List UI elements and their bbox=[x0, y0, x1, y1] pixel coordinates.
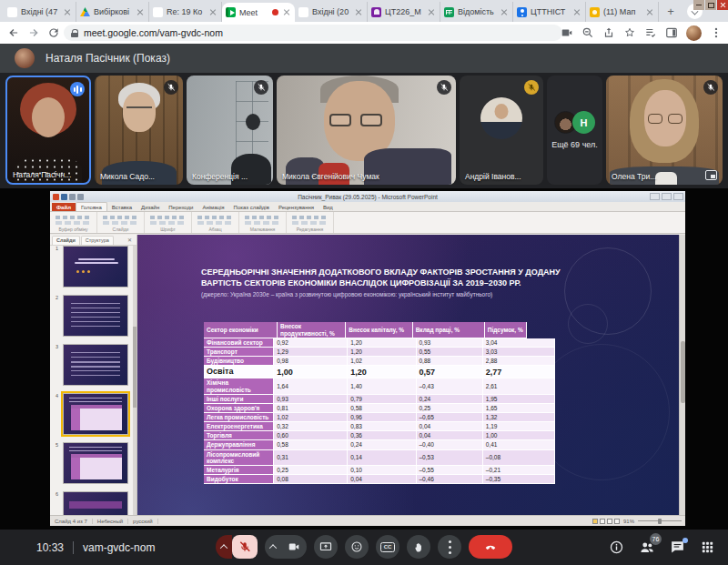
ppt-ribbon-group[interactable]: Редагування bbox=[287, 212, 334, 233]
present-screen-button[interactable] bbox=[314, 535, 338, 559]
browser-tab[interactable]: Вхідні (47 bbox=[4, 2, 76, 22]
side-panel-icon[interactable] bbox=[665, 26, 678, 39]
camera-in-use-icon[interactable] bbox=[561, 26, 573, 39]
slide-thumbnail-4-selected[interactable] bbox=[63, 393, 128, 435]
browser-tab[interactable]: Відомість bbox=[440, 2, 513, 22]
tab-label: Re: 19 Ко bbox=[167, 7, 205, 16]
bookmark-star-icon[interactable] bbox=[623, 26, 636, 39]
slide-thumbnail-3[interactable] bbox=[63, 344, 128, 386]
camera-icon[interactable] bbox=[281, 535, 307, 559]
video-tile-olena[interactable]: Олена Три... bbox=[606, 76, 723, 185]
ppt-ribbon-tab[interactable]: Анімація bbox=[197, 203, 228, 211]
ppt-ribbon-tab[interactable]: Вставка bbox=[107, 203, 136, 211]
tab-close-icon[interactable] bbox=[645, 7, 654, 16]
reading-list-icon[interactable] bbox=[644, 26, 657, 39]
ppt-ribbon-tab[interactable]: Рецензування bbox=[274, 203, 318, 211]
reactions-button[interactable] bbox=[345, 535, 369, 559]
ppt-window-controls[interactable] bbox=[650, 193, 683, 200]
ribbon-icons bbox=[150, 215, 186, 225]
new-tab-button[interactable]: + bbox=[662, 4, 679, 20]
slide-area: СЕРЕДНЬОРІЧНІ ЗНАЧЕННЯ ДОДАТКОВОГО ВКЛАД… bbox=[137, 235, 685, 515]
value-cell: 1,65 bbox=[483, 404, 555, 413]
meeting-details-button[interactable] bbox=[609, 540, 624, 555]
panel-tab-slides[interactable]: Слайди bbox=[52, 236, 80, 245]
slide-scrollbar[interactable] bbox=[679, 235, 685, 515]
zoom-slider[interactable] bbox=[638, 520, 682, 521]
browser-tab[interactable]: Meet bbox=[222, 3, 295, 22]
ppt-ribbon-tab[interactable]: Показ слайдів bbox=[229, 203, 274, 211]
browser-tab[interactable]: Re: 19 Ко bbox=[149, 2, 222, 22]
picture-in-picture-icon[interactable] bbox=[705, 170, 717, 180]
browser-menu-icon[interactable] bbox=[710, 26, 723, 39]
browser-tab[interactable]: ЦТ226_М bbox=[368, 2, 440, 22]
camera-options-chevron-icon[interactable] bbox=[265, 535, 281, 559]
ppt-ribbon-group[interactable]: Шрифт bbox=[145, 212, 192, 233]
browser-tab[interactable]: (11) Мап bbox=[586, 2, 659, 22]
chat-button[interactable] bbox=[670, 540, 685, 555]
back-button[interactable] bbox=[7, 26, 20, 39]
sector-cell: Металургія bbox=[204, 466, 274, 475]
video-tile-natalia[interactable]: Наталя Пасічн... bbox=[5, 76, 91, 185]
ppt-ribbon-tab[interactable]: Дизайн bbox=[136, 203, 164, 211]
maximize-button[interactable] bbox=[705, 0, 716, 10]
browser-tab[interactable]: Вхідні (20 bbox=[295, 2, 368, 22]
ppt-ribbon-tab[interactable]: Переходи bbox=[164, 203, 197, 211]
share-icon[interactable] bbox=[602, 26, 615, 39]
slide-number: 3 bbox=[56, 344, 60, 386]
activities-button[interactable] bbox=[700, 540, 715, 555]
ppt-ribbon-tab[interactable]: Файл bbox=[52, 203, 76, 211]
camera-button[interactable] bbox=[265, 535, 307, 559]
address-bar[interactable]: meet.google.com/vam-gvdc-nom bbox=[64, 25, 562, 41]
mic-options-chevron-icon[interactable] bbox=[216, 535, 232, 559]
participants-button[interactable]: 76 bbox=[639, 540, 655, 556]
forward-button[interactable] bbox=[27, 26, 40, 39]
panel-scrollbar[interactable] bbox=[133, 246, 136, 515]
participant-initial: Н bbox=[572, 111, 595, 134]
tab-label: ЦТ226_М bbox=[385, 7, 423, 16]
tab-close-icon[interactable] bbox=[354, 7, 363, 16]
ppt-ribbon-group[interactable]: Буфер обміну bbox=[50, 212, 97, 233]
view-switcher[interactable] bbox=[592, 519, 620, 524]
slide-thumbnail-5[interactable] bbox=[63, 442, 128, 484]
tab-close-icon[interactable] bbox=[572, 7, 581, 16]
close-window-button[interactable] bbox=[717, 0, 728, 10]
raise-hand-button[interactable] bbox=[407, 535, 430, 559]
refresh-button[interactable] bbox=[47, 26, 60, 39]
slide-thumbnail-6[interactable] bbox=[63, 491, 128, 515]
browser-tab[interactable]: Вибіркові bbox=[76, 2, 149, 22]
browser-tab[interactable]: ЦТТНІСТ bbox=[513, 2, 586, 22]
sector-cell: Видобуток bbox=[204, 475, 274, 484]
tab-close-icon[interactable] bbox=[282, 8, 291, 17]
ppt-ribbon-tab[interactable]: Головна bbox=[76, 202, 107, 211]
minimize-button[interactable] bbox=[693, 0, 704, 10]
video-tile-mykola-sado[interactable]: Микола Садо... bbox=[95, 76, 183, 185]
overflow-participants-tile[interactable]: Н Ещё 69 чел. bbox=[547, 76, 602, 185]
ppt-ribbon-group[interactable]: Малювання bbox=[239, 212, 287, 233]
slide-thumbnail-2[interactable] bbox=[63, 295, 128, 337]
captions-button[interactable]: CC bbox=[376, 535, 399, 559]
tab-close-icon[interactable] bbox=[136, 7, 145, 16]
panel-close-icon[interactable]: ✕ bbox=[125, 236, 135, 245]
lock-icon bbox=[71, 29, 78, 37]
tab-close-icon[interactable] bbox=[500, 7, 509, 16]
more-options-button[interactable] bbox=[438, 535, 461, 559]
video-tile-chumak[interactable]: Микола Євгенійович Чумак bbox=[277, 76, 456, 185]
end-call-button[interactable] bbox=[469, 535, 512, 559]
tab-close-icon[interactable] bbox=[208, 7, 217, 16]
mic-off-icon[interactable] bbox=[232, 535, 258, 559]
video-tile-andriy[interactable]: Андрій Іванов... bbox=[460, 76, 543, 185]
ppt-ribbon-tab[interactable]: Вид bbox=[318, 203, 338, 211]
ppt-ribbon-group[interactable]: Слайди bbox=[97, 212, 145, 233]
value-cell: 1,20 bbox=[348, 348, 416, 357]
video-tile-conference[interactable]: Конференція ... bbox=[187, 76, 273, 185]
tab-close-icon[interactable] bbox=[427, 7, 436, 16]
tab-close-icon[interactable] bbox=[63, 7, 72, 16]
ppt-ribbon-group[interactable]: Абзац bbox=[192, 212, 239, 233]
slide-thumbnail-1[interactable] bbox=[63, 246, 128, 288]
zoom-out-icon[interactable] bbox=[581, 26, 594, 39]
mic-button[interactable] bbox=[216, 535, 258, 559]
sector-cell: Фінансовий сектор bbox=[204, 338, 274, 348]
profile-avatar[interactable] bbox=[686, 25, 702, 41]
panel-tab-outline[interactable]: Структура bbox=[81, 236, 114, 245]
value-cell: –0,21 bbox=[483, 466, 555, 475]
